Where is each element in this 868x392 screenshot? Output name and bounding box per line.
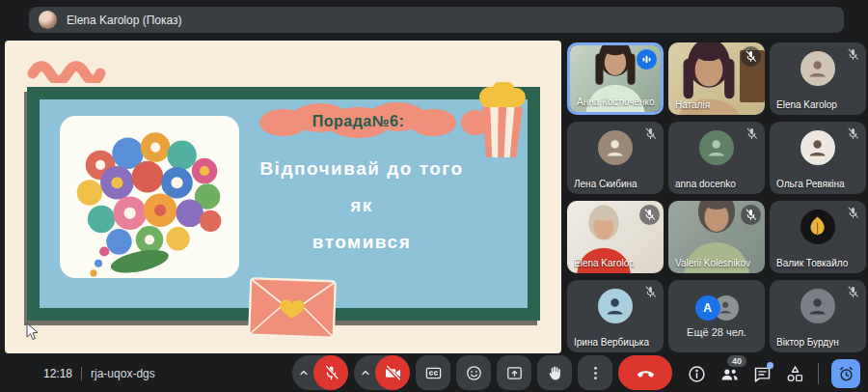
smiley-icon [465, 364, 483, 382]
timer-button[interactable] [831, 359, 860, 388]
participant-name: Ольга Ревякіна [776, 179, 845, 189]
more-options-button[interactable] [578, 355, 612, 390]
participant-name: Віктор Бурдун [776, 337, 839, 348]
chevron-up-icon [297, 366, 311, 379]
muted-mic-indicator [846, 126, 860, 141]
participant-name: Elena Karolop [776, 99, 837, 110]
meeting-code: rja-uqox-dgs [91, 367, 155, 380]
person-silhouette-icon [805, 135, 829, 159]
overflow-avatars: A [695, 295, 739, 321]
call-end-icon [636, 363, 656, 383]
speaking-indicator [637, 49, 657, 70]
present-button[interactable] [497, 355, 531, 390]
participant-tile[interactable]: Elena Karolop [770, 42, 866, 115]
participant-name: Валик Товкайло [776, 258, 848, 268]
activities-button[interactable] [785, 364, 805, 384]
mic-off-icon [642, 208, 657, 222]
mic-off-icon [744, 208, 758, 222]
tip-title: Порада№6: [258, 102, 458, 141]
mic-off-icon [745, 126, 759, 141]
participant-tile[interactable]: Анна Костюченко [567, 42, 664, 115]
mic-off-icon [744, 49, 758, 64]
chat-button[interactable] [752, 364, 773, 384]
activities-icon [785, 364, 805, 384]
participant-name: anna docenko [675, 179, 736, 189]
participant-tile[interactable]: Наталія [668, 42, 765, 115]
chevron-up-icon [359, 366, 372, 379]
people-button[interactable]: 40 [719, 364, 740, 384]
toolbar-meeting-info: 12:18 rja-uqox-dgs [43, 355, 155, 392]
participant-tile[interactable]: Ірина Вербицька [567, 280, 664, 352]
mouse-cursor [26, 322, 39, 341]
raise-hand-button[interactable] [537, 355, 572, 390]
participant-name: Лена Скибина [574, 179, 637, 189]
participant-avatar [598, 289, 633, 323]
participant-avatar [598, 130, 633, 165]
participant-tile[interactable]: Valerii Kolesnikov [668, 201, 765, 273]
participant-tile[interactable]: Валик Товкайло [770, 201, 866, 273]
presenter-label: Elena Karolop (Показ) [67, 14, 182, 27]
mic-off-icon [846, 285, 860, 299]
participant-avatar [800, 210, 835, 244]
muted-mic-indicator [846, 285, 860, 299]
tip-title-cloud: Порада№6: [258, 102, 458, 141]
alarm-clock-icon [837, 365, 855, 383]
captions-button[interactable] [416, 355, 450, 390]
three-dots-icon [586, 364, 605, 382]
shared-screen-presentation[interactable]: Порада№6: Відпочивай до того як втомився [5, 41, 561, 353]
chat-notification-dot [767, 362, 773, 369]
participant-tile[interactable]: Elena Karolop [567, 201, 664, 273]
videocam-off-icon [384, 364, 402, 382]
reactions-button[interactable] [456, 355, 491, 390]
muted-mic-indicator [741, 46, 761, 67]
participant-name: Наталія [675, 99, 710, 110]
leaf-icon [805, 214, 829, 238]
mic-off-icon [643, 285, 658, 299]
mute-button[interactable] [313, 355, 348, 390]
participant-grid: Анна КостюченкоНаталіяElena KarolopЛена … [567, 42, 866, 352]
camera-control [354, 355, 410, 390]
participant-avatar [800, 130, 835, 165]
closed-captions-icon [424, 364, 443, 382]
participant-tile[interactable]: Віктор Бурдун [770, 280, 866, 352]
overflow-count-label: Ещё 28 чел. [687, 326, 746, 338]
presenter-avatar [39, 11, 57, 29]
divider [818, 363, 819, 384]
popcorn-icon [475, 82, 530, 159]
envelope-icon [247, 276, 338, 339]
people-icon [719, 364, 740, 384]
mic-options-chevron[interactable] [294, 355, 313, 390]
person-silhouette-icon [805, 294, 829, 318]
participant-avatar [800, 51, 835, 86]
mic-off-icon [846, 126, 860, 141]
speaking-indicator-icon [639, 52, 654, 67]
end-call-button[interactable] [618, 355, 672, 390]
participant-tile[interactable]: Лена Скибина [567, 122, 664, 194]
overflow-participants: AЕщё 28 чел. [668, 280, 765, 352]
camera-off-button[interactable] [375, 355, 410, 390]
participant-tile[interactable]: AЕщё 28 чел. [668, 280, 765, 352]
call-controls [292, 354, 672, 391]
slide-body-text: Відпочивай до того як втомився [246, 151, 477, 261]
microphone-control [292, 355, 348, 390]
participant-name: Valerii Kolesnikov [675, 258, 750, 268]
muted-mic-indicator [643, 285, 658, 299]
present-screen-icon [505, 364, 524, 382]
presenter-bar: Elena Karolop (Показ) [29, 7, 844, 33]
muted-mic-indicator [741, 205, 761, 225]
person-silhouette-icon [603, 135, 627, 159]
info-button[interactable] [687, 364, 707, 384]
flower-brain-image [60, 116, 239, 278]
clock-time: 12:18 [43, 367, 72, 380]
participant-tile[interactable]: anna docenko [668, 122, 765, 194]
hand-icon [546, 364, 564, 382]
divider [81, 367, 82, 380]
muted-mic-indicator [745, 126, 759, 141]
mic-off-icon [846, 47, 860, 62]
toolbar-right: 40 [687, 355, 860, 392]
camera-options-chevron[interactable] [356, 355, 375, 390]
participant-name: Ірина Вербицька [574, 337, 649, 348]
participant-avatar [800, 289, 835, 323]
mic-off-icon [322, 364, 340, 382]
participant-tile[interactable]: Ольга Ревякіна [770, 122, 866, 194]
